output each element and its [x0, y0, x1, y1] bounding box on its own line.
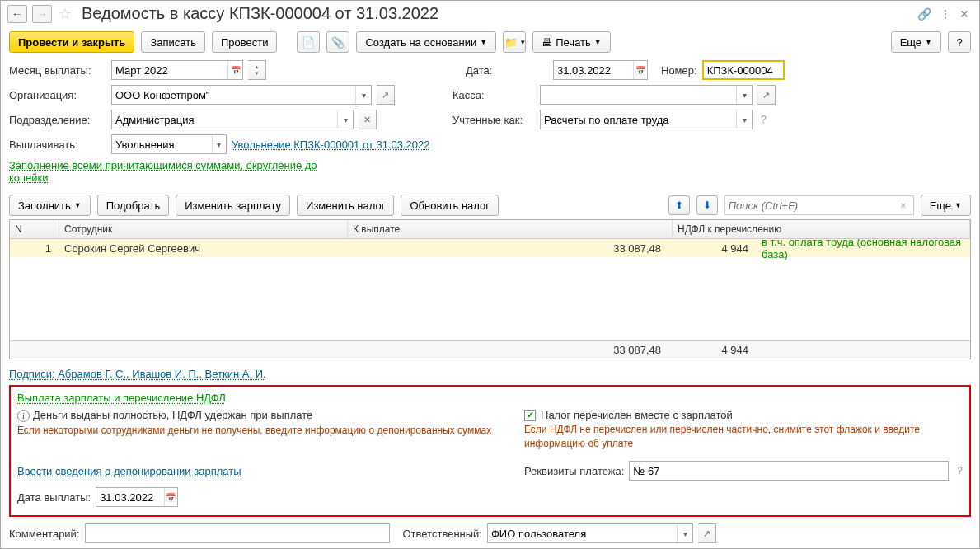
ndfl-note-link[interactable]: в т.ч. оплата труда (основная налоговая …: [762, 239, 961, 260]
calendar-icon[interactable]: 📅: [227, 61, 242, 79]
pick-button[interactable]: Подобрать: [97, 195, 169, 216]
chevron-down-icon: ▼: [954, 201, 962, 209]
kebab-menu-icon[interactable]: ⋮: [940, 7, 951, 21]
clear-search-icon[interactable]: ×: [897, 199, 910, 212]
chevron-down-icon: ▾: [521, 38, 525, 46]
pay-input[interactable]: ▾: [111, 134, 227, 154]
chevron-down-icon[interactable]: ▾: [212, 135, 226, 153]
month-input[interactable]: 📅: [111, 60, 243, 80]
number-label: Номер:: [661, 64, 697, 77]
info-icon: i: [17, 410, 30, 422]
more-button[interactable]: Еще ▼: [891, 31, 941, 53]
nav-forward[interactable]: →: [32, 5, 52, 23]
kassa-label: Касса:: [452, 89, 535, 101]
dept-clear-button[interactable]: ✕: [359, 110, 377, 129]
move-down-button[interactable]: ⬇: [696, 195, 718, 215]
chevron-down-icon: ▼: [925, 38, 932, 46]
chevron-down-icon[interactable]: ▾: [736, 110, 752, 129]
money-text: Деньги выданы полностью, НДФЛ удержан пр…: [33, 409, 312, 421]
depo-link[interactable]: Ввести сведения о депонировании зарплаты: [17, 465, 241, 477]
number-input[interactable]: [702, 60, 785, 80]
update-tax-button[interactable]: Обновить налог: [401, 195, 499, 216]
printer-icon: 🖶: [542, 36, 552, 49]
total-pay: 33 087,48: [348, 344, 673, 356]
chevron-down-icon[interactable]: ▾: [355, 86, 371, 104]
move-up-button[interactable]: ⬆: [668, 195, 690, 215]
org-open-button[interactable]: ↗: [377, 85, 395, 105]
cell-employee: Сорокин Сергей Сергеевич: [59, 242, 348, 255]
tax-check-label: Налог перечислен вместе с зарплатой: [541, 409, 733, 421]
date-input[interactable]: 📅: [553, 60, 648, 80]
payment-ndfl-section: Выплата зарплаты и перечисление НДФЛ iДе…: [9, 385, 971, 517]
print-button[interactable]: 🖶 Печать ▼: [532, 31, 611, 53]
kassa-input[interactable]: ▾: [540, 85, 753, 105]
kassa-open-button[interactable]: ↗: [757, 85, 776, 105]
chevron-down-icon: ▼: [594, 38, 602, 46]
tax-transferred-checkbox[interactable]: ✓: [524, 410, 536, 421]
org-input[interactable]: ▾: [111, 85, 372, 105]
paydate-label: Дата выплаты:: [17, 491, 91, 504]
month-label: Месяц выплаты:: [9, 64, 106, 77]
close-icon[interactable]: ✕: [959, 7, 969, 21]
paydate-input[interactable]: 📅: [96, 487, 178, 507]
dept-input[interactable]: ▾: [111, 110, 354, 129]
cell-n: 1: [10, 242, 59, 255]
dismissal-link[interactable]: Увольнение КПЗК-000001 от 31.03.2022: [232, 138, 430, 151]
table-search-input[interactable]: ×: [724, 195, 914, 215]
resp-input[interactable]: ▾: [487, 523, 693, 543]
col-n[interactable]: N: [10, 220, 59, 238]
calendar-icon[interactable]: 📅: [633, 61, 647, 79]
col-pay[interactable]: К выплате: [348, 220, 673, 238]
req-label: Реквизиты платежа:: [524, 465, 624, 477]
pay-label: Выплачивать:: [9, 138, 106, 151]
help-icon[interactable]: ?: [761, 114, 767, 125]
resp-label: Ответственный:: [403, 528, 482, 540]
paperclip-icon: 📎: [331, 36, 345, 49]
change-salary-button[interactable]: Изменить зарплату: [176, 195, 290, 216]
chevron-down-icon: ▼: [480, 38, 487, 46]
money-warn: Если некоторыми сотрудниками деньги не п…: [17, 424, 516, 438]
calendar-icon[interactable]: 📅: [164, 488, 178, 506]
help-button[interactable]: ?: [948, 31, 971, 53]
create-based-button[interactable]: Создать на основании ▼: [356, 31, 496, 53]
save-button[interactable]: Записать: [141, 31, 205, 53]
fill-button[interactable]: Заполнить ▼: [9, 195, 91, 216]
month-stepper[interactable]: ▲▼: [248, 60, 266, 80]
fill-settings-link[interactable]: Заполнение всеми причитающимися суммами,…: [9, 159, 339, 184]
document-icon: 📄: [302, 36, 315, 49]
document-icon-button[interactable]: 📄: [297, 31, 320, 53]
attach-icon-button[interactable]: 📎: [326, 31, 349, 53]
comment-label: Комментарий:: [9, 528, 80, 540]
cell-ndfl: 4 944: [673, 242, 755, 255]
date-label: Дата:: [466, 64, 548, 77]
folder-icon-button[interactable]: 📁▾: [503, 31, 526, 53]
chevron-down-icon[interactable]: ▾: [337, 110, 353, 129]
folder-icon: 📁: [504, 36, 518, 49]
dept-label: Подразделение:: [9, 114, 106, 126]
table-row[interactable]: 1 Сорокин Сергей Сергеевич 33 087,48 4 9…: [10, 239, 970, 257]
chevron-down-icon[interactable]: ▾: [736, 86, 752, 104]
link-icon[interactable]: 🔗: [917, 7, 931, 21]
comment-input[interactable]: [85, 523, 390, 543]
favorite-star-icon[interactable]: ☆: [59, 5, 72, 23]
nav-back[interactable]: ←: [7, 5, 27, 23]
resp-open-button[interactable]: ↗: [698, 523, 716, 543]
process-close-button[interactable]: Провести и закрыть: [9, 31, 134, 53]
total-ndfl: 4 944: [673, 344, 755, 356]
window-title: Ведомость в кассу КПЗК-000004 от 31.03.2…: [78, 4, 912, 23]
change-tax-button[interactable]: Изменить налог: [297, 195, 394, 216]
signatures-link[interactable]: Подписи: Абрамов Г. С., Ивашов И. П., Ве…: [9, 368, 266, 380]
chevron-down-icon: ▼: [74, 201, 82, 209]
col-ndfl[interactable]: НДФЛ к перечислению: [673, 220, 970, 238]
req-input[interactable]: [629, 461, 949, 481]
org-label: Организация:: [9, 89, 106, 101]
help-icon[interactable]: ?: [957, 465, 963, 476]
accounted-input[interactable]: ▾: [540, 110, 753, 129]
accounted-label: Учтенные как:: [452, 114, 535, 126]
process-button[interactable]: Провести: [212, 31, 278, 53]
payout-header-link[interactable]: Выплата зарплаты и перечисление НДФЛ: [17, 392, 226, 404]
cell-pay: 33 087,48: [348, 242, 673, 255]
chevron-down-icon[interactable]: ▾: [677, 524, 692, 542]
col-employee[interactable]: Сотрудник: [59, 220, 348, 238]
table-more-button[interactable]: Еще ▼: [921, 195, 971, 216]
